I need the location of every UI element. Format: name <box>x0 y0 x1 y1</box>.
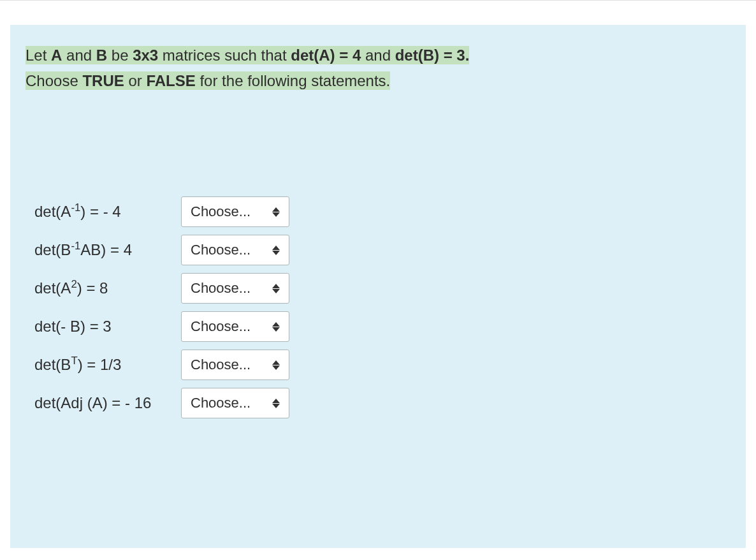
intro-text: Choose <box>25 72 82 89</box>
statement-label: det(- B) = 3 <box>34 311 181 342</box>
intro-bold: TRUE <box>82 72 124 89</box>
page-container: Let A and B be 3x3 matrices such that de… <box>0 0 756 548</box>
answer-select[interactable]: Choose... <box>181 311 289 342</box>
intro-bold: FALSE <box>146 72 195 89</box>
answer-cell: Choose... <box>181 235 289 265</box>
intro-bold: 3x3 <box>133 47 158 64</box>
statement-label: det(BT) = 1/3 <box>34 350 181 380</box>
statement-label: det(B-1AB) = 4 <box>34 235 181 265</box>
intro-text: and <box>361 47 395 64</box>
select-placeholder: Choose... <box>191 242 251 258</box>
question-row: det(A2) = 8 Choose... <box>34 273 289 304</box>
superscript: 2 <box>71 278 76 290</box>
select-placeholder: Choose... <box>191 280 251 297</box>
statement-text: ) = 8 <box>77 279 108 297</box>
intro-text: and <box>62 47 96 64</box>
answer-cell: Choose... <box>181 350 289 380</box>
answer-select[interactable]: Choose... <box>181 388 289 418</box>
intro-text: matrices such that <box>158 47 291 64</box>
select-placeholder: Choose... <box>191 357 251 373</box>
statement-text: det(- B) = 3 <box>34 318 112 335</box>
superscript: T <box>71 355 77 367</box>
intro-bold: det(A) = 4 <box>291 47 361 64</box>
statement-text: ) = 1/3 <box>78 356 122 373</box>
statement-label: det(A2) = 8 <box>34 273 181 304</box>
intro-line-1: Let A and B be 3x3 matrices such that de… <box>25 46 469 64</box>
question-row: det(A-1) = - 4 Choose... <box>34 196 289 227</box>
statement-text: det(B <box>34 241 71 258</box>
question-row: det(- B) = 3 Choose... <box>34 311 289 342</box>
statement-text: det(A <box>34 279 71 297</box>
answer-cell: Choose... <box>181 311 289 342</box>
question-panel: Let A and B be 3x3 matrices such that de… <box>10 25 746 548</box>
questions-table: det(A-1) = - 4 Choose... det(B-1AB) = 4 … <box>34 189 289 426</box>
intro-bold: A <box>51 47 62 64</box>
statement-text: det(A <box>34 203 71 220</box>
statement-text: det(Adj (A) = - 16 <box>34 394 151 411</box>
answer-select[interactable]: Choose... <box>181 350 289 380</box>
intro-text: or <box>124 72 147 89</box>
statement-label: det(A-1) = - 4 <box>34 196 181 227</box>
intro-bold: B <box>96 47 107 64</box>
intro-text: for the following statements. <box>196 72 390 89</box>
statement-text: AB) = 4 <box>80 241 132 258</box>
select-placeholder: Choose... <box>191 203 251 220</box>
question-row: det(Adj (A) = - 16 Choose... <box>34 388 289 418</box>
chevron-updown-icon <box>272 322 280 332</box>
answer-select[interactable]: Choose... <box>181 196 289 227</box>
answer-select[interactable]: Choose... <box>181 235 289 265</box>
answer-cell: Choose... <box>181 196 289 227</box>
chevron-updown-icon <box>272 246 280 255</box>
statement-text: ) = - 4 <box>80 203 120 220</box>
question-row: det(BT) = 1/3 Choose... <box>34 350 289 380</box>
question-row: det(B-1AB) = 4 Choose... <box>34 235 289 265</box>
statement-text: det(B <box>34 356 71 373</box>
answer-cell: Choose... <box>181 273 289 304</box>
superscript: -1 <box>71 240 80 252</box>
chevron-updown-icon <box>272 207 280 217</box>
question-intro: Let A and B be 3x3 matrices such that de… <box>25 43 731 93</box>
chevron-updown-icon <box>272 399 280 408</box>
select-placeholder: Choose... <box>191 395 251 411</box>
answer-select[interactable]: Choose... <box>181 273 289 304</box>
statement-label: det(Adj (A) = - 16 <box>34 388 181 418</box>
intro-bold: det(B) = 3. <box>395 47 470 64</box>
intro-line-2: Choose TRUE or FALSE for the following s… <box>25 71 390 90</box>
intro-text: Let <box>25 47 51 64</box>
chevron-updown-icon <box>272 284 280 293</box>
select-placeholder: Choose... <box>191 318 251 335</box>
answer-cell: Choose... <box>181 388 289 418</box>
superscript: -1 <box>71 202 80 214</box>
chevron-updown-icon <box>272 360 280 370</box>
intro-text: be <box>107 47 133 64</box>
